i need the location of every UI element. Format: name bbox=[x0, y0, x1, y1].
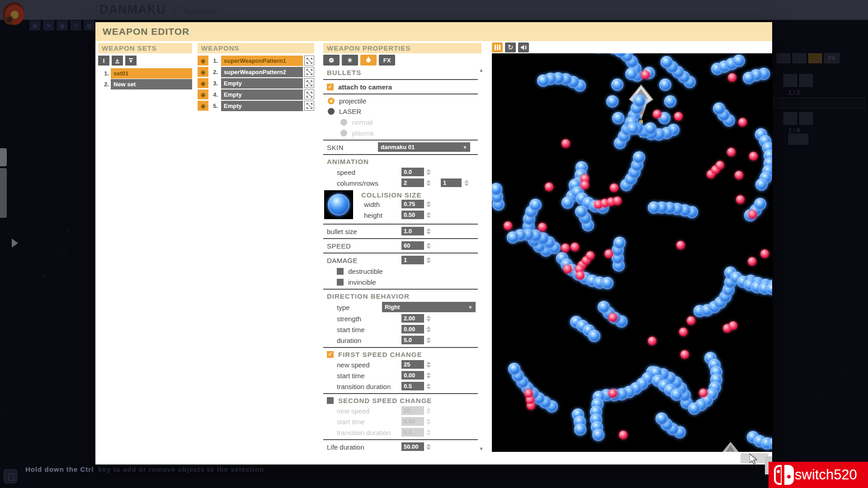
red-bullet bbox=[586, 251, 594, 260]
direction-type-dropdown[interactable]: Right ▼ bbox=[382, 302, 476, 313]
move-set-up-button[interactable]: ▲ bbox=[112, 56, 123, 66]
life-duration-input[interactable]: 50.00 bbox=[401, 442, 424, 451]
skin-row: SKIN danmaku 01 ▼ bbox=[323, 142, 478, 153]
tab-fx[interactable]: FX bbox=[379, 55, 395, 66]
second-speed-change-checkbox[interactable] bbox=[327, 397, 334, 404]
refresh-icon[interactable]: ↻ bbox=[505, 42, 516, 52]
first-start-time-input[interactable]: 0.00 bbox=[401, 371, 424, 380]
attach-to-camera-checkbox[interactable]: ✓ bbox=[327, 84, 334, 90]
status-hint-dim: key to add or remove objects to the sele… bbox=[98, 465, 264, 473]
weapon-name[interactable]: superWeaponPattern2 bbox=[221, 67, 303, 77]
set-name[interactable]: New set bbox=[111, 79, 192, 89]
first-transition-duration-input[interactable]: 0.5 bbox=[401, 382, 424, 391]
weapon-assign-corners-icon[interactable] bbox=[304, 89, 314, 99]
red-bullet bbox=[613, 197, 622, 205]
bullet-pattern-preview[interactable] bbox=[492, 53, 772, 452]
rows-stepper[interactable] bbox=[464, 178, 470, 188]
move-set-down-button[interactable]: ▼ bbox=[125, 56, 137, 66]
set-list-item[interactable]: 2. New set bbox=[98, 79, 192, 89]
red-bullet bbox=[680, 350, 689, 359]
animation-speed-input[interactable]: 0.0 bbox=[401, 168, 424, 177]
invincible-row: invincible bbox=[323, 277, 478, 287]
set-list-item[interactable]: 1. set01 bbox=[98, 68, 192, 79]
collision-height-stepper[interactable] bbox=[426, 211, 432, 220]
weapon-sets-title: WEAPON SETS bbox=[102, 44, 157, 52]
strength-stepper[interactable] bbox=[426, 314, 432, 323]
first-new-speed-stepper[interactable] bbox=[426, 360, 432, 369]
insert-set-button[interactable]: I bbox=[98, 56, 109, 66]
damage-row: DAMAGE 1 bbox=[323, 255, 478, 266]
attach-to-camera-row: ✓ attach to camera bbox=[323, 81, 478, 92]
tab-bullets-droplet-icon[interactable] bbox=[360, 55, 377, 66]
scroll-down-arrow-icon[interactable]: ▼ bbox=[479, 446, 484, 451]
first-transition-duration-stepper[interactable] bbox=[426, 382, 432, 391]
weapon-visibility-eye-icon[interactable]: ◉ bbox=[198, 56, 208, 66]
sound-icon[interactable] bbox=[518, 42, 529, 52]
bullet-size-input[interactable]: 1.0 bbox=[401, 227, 424, 236]
direction-start-time-stepper[interactable] bbox=[426, 325, 432, 334]
strength-label: strength bbox=[337, 315, 361, 323]
laser-row: LASER bbox=[323, 106, 478, 117]
weapon-visibility-eye-icon[interactable]: ◉ bbox=[198, 67, 208, 77]
laser-plasma-radio[interactable] bbox=[340, 130, 347, 136]
collision-width-input[interactable]: 0.75 bbox=[401, 200, 424, 209]
columns-stepper[interactable] bbox=[426, 178, 432, 188]
weapon-list-item[interactable]: ◉1.superWeaponPattern1 bbox=[198, 56, 314, 66]
laser-normal-radio[interactable] bbox=[340, 119, 347, 126]
columns-input[interactable]: 2 bbox=[401, 178, 424, 188]
weapon-name[interactable]: superWeaponPattern1 bbox=[221, 56, 303, 66]
weapon-list-item[interactable]: ◉3.Empty bbox=[198, 78, 314, 88]
weapon-assign-corners-icon[interactable] bbox=[304, 101, 314, 111]
weapon-assign-corners-icon[interactable] bbox=[304, 67, 314, 77]
first-speed-change-checkbox[interactable]: ✓ bbox=[327, 351, 334, 358]
weapon-visibility-eye-icon[interactable]: ◉ bbox=[198, 78, 208, 88]
rows-input[interactable]: 1 bbox=[441, 178, 462, 188]
duration-stepper[interactable] bbox=[426, 336, 432, 345]
weapon-list-item[interactable]: ◉2.superWeaponPattern2 bbox=[198, 67, 314, 77]
damage-stepper[interactable] bbox=[426, 256, 432, 265]
bullet-size-stepper[interactable] bbox=[426, 227, 432, 236]
weapon-assign-corners-icon[interactable] bbox=[304, 56, 314, 66]
collision-height-input[interactable]: 0.50 bbox=[401, 211, 424, 220]
weapon-index: 2. bbox=[210, 69, 218, 75]
direction-start-time-input[interactable]: 0.00 bbox=[401, 325, 424, 334]
weapon-name[interactable]: Empty bbox=[221, 89, 303, 100]
weapon-name[interactable]: Empty bbox=[221, 101, 303, 111]
weapon-visibility-eye-icon[interactable]: ◉ bbox=[198, 89, 208, 99]
tab-weapon-wheel-icon[interactable]: ❂ bbox=[323, 55, 340, 66]
skin-dropdown[interactable]: danmaku 01 ▼ bbox=[378, 142, 470, 152]
laser-radio[interactable] bbox=[328, 108, 335, 115]
first-start-time-stepper[interactable] bbox=[426, 371, 432, 380]
red-bullet bbox=[738, 118, 747, 127]
weapon-name[interactable]: Empty bbox=[221, 78, 303, 89]
mouse-cursor bbox=[750, 454, 760, 465]
red-bullet bbox=[653, 110, 661, 118]
first-start-time-row: start time 0.00 bbox=[323, 370, 478, 381]
set-name-selected[interactable]: set01 bbox=[111, 68, 192, 79]
weapon-assign-corners-icon[interactable] bbox=[304, 78, 314, 88]
tab-emitter-burst-icon[interactable]: ✳ bbox=[342, 55, 358, 66]
weapon-list-item[interactable]: ◉4.Empty bbox=[198, 89, 314, 99]
destructible-label: destructible bbox=[348, 267, 383, 275]
animation-speed-stepper[interactable] bbox=[426, 168, 432, 177]
invincible-checkbox[interactable] bbox=[337, 279, 344, 286]
duration-input[interactable]: 5.0 bbox=[401, 336, 424, 345]
blue-bullet bbox=[613, 237, 626, 249]
life-duration-stepper[interactable] bbox=[426, 442, 432, 451]
blue-bullet bbox=[611, 79, 623, 91]
strength-input[interactable]: 2.00 bbox=[401, 314, 424, 323]
grid-toggle-icon[interactable] bbox=[492, 42, 503, 52]
damage-input[interactable]: 1 bbox=[401, 256, 424, 265]
scroll-up-arrow-icon[interactable]: ▲ bbox=[479, 67, 484, 73]
speed-stepper[interactable] bbox=[426, 241, 432, 250]
projectile-radio[interactable] bbox=[328, 98, 335, 104]
destructible-checkbox[interactable] bbox=[337, 268, 344, 275]
dialog-bottom-bar bbox=[95, 452, 772, 465]
collision-width-stepper[interactable] bbox=[426, 200, 432, 209]
weapon-visibility-eye-icon[interactable]: ◉ bbox=[198, 101, 208, 111]
speed-input[interactable]: 60 bbox=[401, 241, 424, 250]
blue-bullet bbox=[592, 429, 604, 441]
weapon-list-item[interactable]: ◉5.Empty bbox=[198, 101, 314, 111]
first-new-speed-input[interactable]: 25 bbox=[401, 360, 424, 369]
red-bullet bbox=[580, 181, 589, 189]
